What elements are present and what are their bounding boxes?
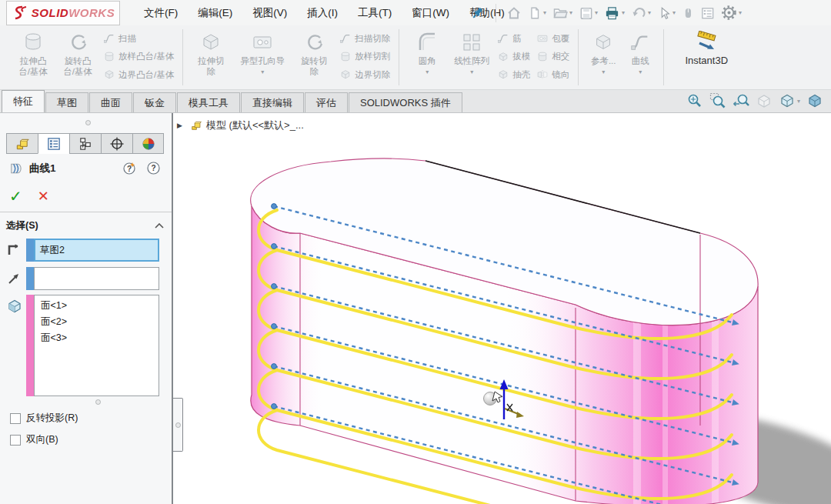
- instant3d-icon: [692, 31, 721, 52]
- revolve-boss-button[interactable]: 旋转凸 台/基体: [55, 25, 100, 89]
- tab-surfaces[interactable]: 曲面: [89, 92, 132, 112]
- shell-button[interactable]: 抽壳: [497, 67, 530, 82]
- undo-icon[interactable]: ▾: [629, 4, 653, 22]
- direction-field-strip: [26, 267, 34, 290]
- face-list-item[interactable]: 面<3>: [41, 330, 159, 346]
- loft-icon: [103, 51, 115, 63]
- new-document-icon[interactable]: ▾: [526, 4, 549, 22]
- solidworks-logo: SOLIDWORKS: [6, 1, 120, 25]
- graphics-viewport[interactable]: ▶ 模型 (默认<<默认>_...: [173, 113, 831, 504]
- boss-small-buttons: 扫描 放样凸台/基体 边界凸台/基体: [100, 25, 177, 89]
- selection-group-header[interactable]: 选择(S): [6, 219, 164, 232]
- menu-bar: SOLIDWORKS 文件(F) 编辑(E) 视图(V) 插入(I) 工具(T)…: [0, 0, 831, 25]
- feature-manager-tree-tab[interactable]: [6, 133, 38, 154]
- menu-file[interactable]: 文件(F): [134, 0, 188, 25]
- extrude-cut-button[interactable]: 拉伸切 除: [189, 25, 233, 89]
- list-resize-handle[interactable]: [95, 399, 101, 405]
- bidirectional-checkbox[interactable]: [10, 435, 21, 446]
- mirror-button[interactable]: 镜向: [536, 67, 569, 82]
- zoom-to-fit-icon[interactable]: [686, 92, 703, 109]
- linear-pattern-button[interactable]: 线性阵列▾: [449, 25, 494, 89]
- display-manager-icon: [141, 136, 156, 152]
- curves-button[interactable]: 曲线▾: [622, 25, 658, 89]
- model-3d-view[interactable]: [173, 113, 831, 504]
- loft-button[interactable]: 放样凸台/基体: [103, 49, 174, 65]
- configuration-manager-tab[interactable]: [69, 133, 101, 154]
- menu-tools[interactable]: 工具(T): [348, 0, 402, 25]
- draft-button[interactable]: 拔模: [497, 49, 530, 65]
- tab-solidworks-addins[interactable]: SOLIDWORKS 插件: [349, 92, 462, 112]
- tab-direct-editing[interactable]: 直接编辑: [241, 92, 304, 112]
- panel-resize-handle[interactable]: [85, 120, 91, 125]
- boundary-cut-button[interactable]: 边界切除: [339, 67, 390, 82]
- loft-cut-button[interactable]: 放样切割: [339, 49, 390, 65]
- direction-selection-field[interactable]: [34, 267, 159, 290]
- main-menu: 文件(F) 编辑(E) 视图(V) 插入(I) 工具(T) 窗口(W) 帮助(H…: [134, 0, 515, 25]
- fillet-icon: [416, 31, 439, 54]
- feature-small-buttons-1: 筋 拔模 抽壳: [494, 25, 533, 89]
- properties-icon[interactable]: [698, 4, 717, 22]
- property-manager-tab[interactable]: [38, 133, 69, 154]
- menu-view[interactable]: 视图(V): [242, 0, 297, 25]
- intersect-button[interactable]: 相交: [536, 49, 569, 65]
- svg-text:?: ?: [127, 165, 132, 173]
- open-document-icon[interactable]: ▾: [550, 4, 575, 22]
- panel-flyout-handle[interactable]: [173, 398, 183, 452]
- face-list-item[interactable]: 面<1>: [41, 298, 159, 314]
- fillet-button[interactable]: 圆角▾: [405, 25, 449, 89]
- sweep-button[interactable]: 扫描: [103, 31, 174, 46]
- intersect-icon: [536, 51, 549, 63]
- wrap-button[interactable]: 包覆: [536, 31, 569, 46]
- sketch-selection-field[interactable]: 草图2: [34, 239, 159, 262]
- tab-features[interactable]: 特征: [2, 90, 45, 112]
- zoom-to-area-icon[interactable]: [709, 92, 726, 109]
- direction-arrow-icon: [6, 267, 26, 290]
- face-list-item[interactable]: 面<2>: [41, 314, 159, 330]
- section-view-icon[interactable]: [756, 92, 773, 109]
- pin-icon[interactable]: [468, 4, 488, 22]
- sweep-cut-button[interactable]: 扫描切除: [339, 31, 390, 46]
- menu-window[interactable]: 窗口(W): [402, 0, 459, 25]
- mouse-gestures-icon[interactable]: [679, 4, 696, 22]
- faces-field-strip: [26, 295, 34, 396]
- extrude-boss-button[interactable]: 拉伸凸 台/基体: [11, 25, 55, 89]
- sketch-selection-row: 草图2: [6, 239, 159, 262]
- reverse-projection-checkbox[interactable]: [10, 413, 21, 424]
- property-manager-panel: 曲线1 ? ? ✓ ✕ 选择(S) 草图2: [0, 113, 172, 504]
- dimxpert-manager-tab[interactable]: [101, 133, 132, 154]
- dimxpert-icon: [109, 136, 125, 152]
- options-gear-icon[interactable]: ▾: [719, 3, 744, 22]
- help-icons: ? ?: [122, 161, 161, 175]
- whats-new-icon[interactable]: ?: [122, 161, 137, 175]
- instant3d-button[interactable]: Instant3D: [669, 25, 743, 89]
- ok-button[interactable]: ✓: [9, 187, 22, 205]
- save-icon[interactable]: ▾: [576, 4, 600, 22]
- menu-insert[interactable]: 插入(I): [297, 0, 348, 25]
- extrude-boss-icon: [22, 31, 45, 54]
- display-style-icon[interactable]: [806, 92, 823, 109]
- tab-sketch[interactable]: 草图: [45, 92, 88, 112]
- boundary-boss-button[interactable]: 边界凸台/基体: [103, 67, 174, 82]
- tab-evaluate[interactable]: 评估: [305, 92, 348, 112]
- previous-view-icon[interactable]: [733, 92, 749, 109]
- print-icon[interactable]: ▾: [602, 4, 627, 22]
- reverse-projection-label: 反转投影(R): [26, 412, 78, 425]
- tab-sheet-metal[interactable]: 钣金: [133, 92, 176, 112]
- view-heads-up-toolbar: ▾: [686, 92, 823, 109]
- select-cursor-icon[interactable]: ▾: [655, 4, 678, 22]
- revolve-cut-button[interactable]: 旋转切 除: [292, 25, 336, 89]
- sweep-icon: [103, 32, 115, 45]
- help-icon[interactable]: ?: [146, 161, 161, 175]
- faces-selection-list[interactable]: 面<1> 面<2> 面<3>: [34, 295, 159, 396]
- hole-wizard-button[interactable]: 异型孔向导▾: [233, 25, 292, 89]
- rib-button[interactable]: 筋: [497, 31, 530, 46]
- home-icon[interactable]: [504, 4, 524, 22]
- shell-icon: [497, 68, 509, 81]
- tab-mold-tools[interactable]: 模具工具: [177, 92, 240, 112]
- view-orientation-button[interactable]: ▾: [779, 92, 800, 109]
- reference-geometry-button[interactable]: 参考...▾: [584, 25, 622, 89]
- cancel-button[interactable]: ✕: [38, 188, 49, 205]
- cut-small-buttons: 扫描切除 放样切割 边界切除: [336, 25, 393, 89]
- display-manager-tab[interactable]: [132, 133, 164, 154]
- menu-edit[interactable]: 编辑(E): [188, 0, 242, 25]
